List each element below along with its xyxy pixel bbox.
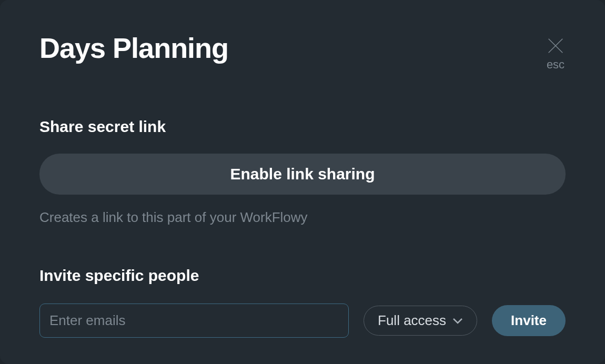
share-link-heading: Share secret link <box>39 118 566 136</box>
close-icon <box>546 36 566 56</box>
share-link-helper-text: Creates a link to this part of your Work… <box>39 209 566 226</box>
esc-label: esc <box>547 58 564 72</box>
email-input[interactable] <box>39 304 349 338</box>
share-link-section: Share secret link Enable link sharing Cr… <box>39 118 566 226</box>
modal-header: Days Planning esc <box>39 32 566 72</box>
enable-link-sharing-button[interactable]: Enable link sharing <box>39 154 566 195</box>
invite-button[interactable]: Invite <box>492 305 566 336</box>
chevron-down-icon <box>452 318 463 324</box>
invite-heading: Invite specific people <box>39 267 566 285</box>
invite-section: Invite specific people Full access Invit… <box>39 267 566 338</box>
access-level-label: Full access <box>378 312 446 329</box>
close-button[interactable]: esc <box>546 36 566 72</box>
modal-title: Days Planning <box>39 32 228 64</box>
invite-row: Full access Invite <box>39 304 566 338</box>
share-modal: Days Planning esc Share secret link Enab… <box>0 0 605 364</box>
access-level-dropdown[interactable]: Full access <box>364 306 477 336</box>
